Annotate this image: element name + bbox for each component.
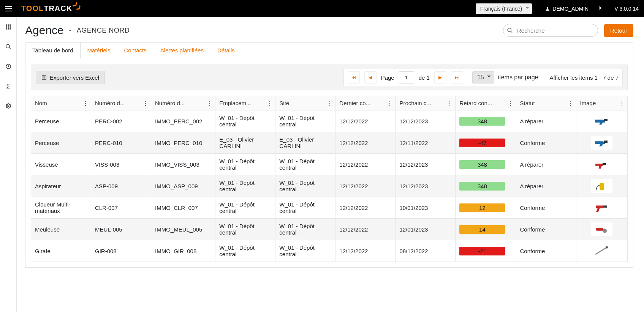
tool-thumbnail	[591, 136, 612, 150]
column-menu-icon[interactable]: ⋮	[568, 99, 574, 107]
table-row[interactable]: VisseuseVISS-003IMMO_VISS_003W_01 - Dépô…	[31, 154, 628, 175]
table-cell: W_01 - Dépôt central	[275, 197, 335, 219]
retard-cell: 14	[456, 219, 516, 240]
tab-matériels[interactable]: Matériels	[81, 43, 117, 59]
table-cell: IMMO_GIR_008	[151, 240, 215, 262]
tab-alertes-planifiées[interactable]: Alertes planifiées	[153, 43, 210, 59]
logout-icon	[597, 5, 603, 11]
table-toolbar: Exporter vers Excel ⏮ ◀ Page de 1 ▶ ⏭ 15…	[31, 65, 628, 90]
table-header-row: Nom⋮Numéro d...⋮Numéro d...⋮Emplacem...⋮…	[31, 96, 628, 110]
table-row[interactable]: PerceusePERC-010IMMO_PERC_010E_03 - Oliv…	[31, 132, 628, 154]
retard-badge: 14	[459, 225, 505, 234]
table-cell: IMMO_PERC_002	[151, 110, 215, 132]
return-button[interactable]: Retour	[604, 24, 633, 37]
column-menu-icon[interactable]: ⋮	[508, 99, 514, 107]
sidebar-item-settings[interactable]	[4, 101, 13, 110]
pager-prev-button[interactable]: ◀	[364, 71, 377, 84]
column-header[interactable]: Retard con...⋮	[456, 96, 516, 110]
column-menu-icon[interactable]: ⋮	[207, 99, 213, 107]
column-header[interactable]: Numéro d...⋮	[91, 96, 151, 110]
svg-rect-4	[6, 26, 7, 27]
column-menu-icon[interactable]: ⋮	[327, 99, 333, 107]
svg-rect-9	[9, 28, 11, 29]
image-cell	[576, 219, 627, 240]
svg-point-10	[6, 44, 9, 48]
sidebar-item-sigma[interactable]	[4, 82, 13, 91]
column-header[interactable]: Numéro d...⋮	[151, 96, 215, 110]
logo-tool: TOOL	[21, 4, 44, 13]
pager-first-button[interactable]: ⏮	[348, 71, 360, 84]
table-cell: 12/01/2023	[396, 219, 456, 240]
pager: ⏮ ◀ Page de 1 ▶ ⏭ 15 items par page Affi…	[343, 69, 623, 86]
table-cell: 12/12/2022	[335, 175, 396, 197]
sidebar-item-history[interactable]	[4, 62, 13, 71]
hamburger-menu-button[interactable]	[0, 0, 17, 17]
tab-tableau-de-bord[interactable]: Tableau de bord	[25, 43, 81, 59]
tool-thumbnail	[591, 158, 612, 171]
table-cell: ASP-009	[91, 175, 151, 197]
pager-next-button[interactable]: ▶	[434, 71, 446, 84]
language-selector[interactable]: Français (France)	[476, 3, 532, 14]
logo-track: TRACK	[44, 4, 72, 13]
table-cell: 12/12/2023	[396, 154, 456, 175]
table-cell: W_01 - Dépôt central	[215, 219, 275, 240]
logout-button[interactable]	[597, 5, 603, 12]
sidebar-item-search[interactable]	[4, 42, 13, 51]
materials-table: Nom⋮Numéro d...⋮Numéro d...⋮Emplacem...⋮…	[31, 96, 628, 262]
excel-icon	[41, 75, 47, 80]
table-row[interactable]: MeuleuseMEUL-005IMMO_MEUL_005W_01 - Dépô…	[31, 219, 628, 240]
per-page-select[interactable]: 15	[472, 71, 494, 84]
column-menu-icon[interactable]: ⋮	[619, 99, 625, 107]
table-cell: W_01 - Dépôt central	[215, 175, 275, 197]
user-icon	[545, 6, 550, 11]
table-row[interactable]: AspirateurASP-009IMMO_ASP_009W_01 - Dépô…	[31, 175, 628, 197]
tab-contacts[interactable]: Contacts	[117, 43, 153, 59]
per-page-label: items par page	[498, 74, 538, 81]
column-menu-icon[interactable]: ⋮	[387, 99, 393, 107]
export-excel-button[interactable]: Exporter vers Excel	[36, 71, 105, 84]
search-input[interactable]	[503, 24, 598, 37]
table-cell: IMMO_ASP_009	[151, 175, 215, 197]
column-header[interactable]: Image⋮	[576, 96, 627, 110]
page-title: Agence	[25, 24, 64, 37]
table-row[interactable]: PerceusePERC-002IMMO_PERC_002W_01 - Dépô…	[31, 110, 628, 132]
logo-signal-icon: ❯❯	[72, 1, 83, 12]
table-cell: E_03 - Olivier CARLINI	[275, 132, 335, 154]
svg-point-13	[8, 105, 9, 107]
sidebar-item-apps[interactable]	[4, 22, 13, 32]
column-header[interactable]: Site⋮	[275, 96, 335, 110]
pager-last-button[interactable]: ⏭	[451, 71, 463, 84]
tool-thumbnail	[591, 179, 612, 193]
pager-page-label: Page	[381, 74, 394, 81]
column-header[interactable]: Statut⋮	[516, 96, 576, 110]
table-cell: MEUL-005	[91, 219, 151, 240]
column-menu-icon[interactable]: ⋮	[267, 99, 273, 107]
tabs: Tableau de bordMatérielsContactsAlertes …	[25, 42, 633, 59]
export-label: Exporter vers Excel	[50, 74, 99, 81]
pager-page-input[interactable]	[399, 71, 414, 84]
table-row[interactable]: Cloueur Multi-matériauxCLR-007IMMO_CLR_0…	[31, 197, 628, 219]
image-cell	[576, 132, 627, 154]
tool-thumbnail	[591, 201, 612, 214]
table-row[interactable]: GirafeGIR-008IMMO_GIR_008W_01 - Dépôt ce…	[31, 240, 628, 262]
retard-cell: 348	[456, 175, 516, 197]
current-user[interactable]: DEMO_ADMIN	[545, 6, 589, 12]
column-header[interactable]: Emplacem...⋮	[215, 96, 275, 110]
tab-détails[interactable]: Détails	[210, 43, 242, 59]
column-header[interactable]: Prochain c...⋮	[396, 96, 456, 110]
column-header[interactable]: Dernier co...⋮	[335, 96, 396, 110]
svg-rect-3	[9, 24, 11, 25]
image-cell	[576, 110, 627, 132]
table-cell: 12/12/2022	[335, 240, 396, 262]
column-menu-icon[interactable]: ⋮	[142, 99, 149, 107]
svg-rect-6	[9, 26, 11, 27]
table-cell: W_01 - Dépôt central	[275, 110, 335, 132]
column-menu-icon[interactable]: ⋮	[447, 99, 453, 107]
table-cell: E_03 - Olivier CARLINI	[215, 132, 275, 154]
svg-rect-2	[8, 24, 9, 25]
dashboard-panel: Exporter vers Excel ⏮ ◀ Page de 1 ▶ ⏭ 15…	[25, 59, 633, 268]
column-header[interactable]: Nom⋮	[31, 96, 91, 110]
table-cell: Cloueur Multi-matériaux	[31, 197, 91, 219]
column-menu-icon[interactable]: ⋮	[82, 99, 89, 107]
table-cell: W_01 - Dépôt central	[215, 240, 275, 262]
